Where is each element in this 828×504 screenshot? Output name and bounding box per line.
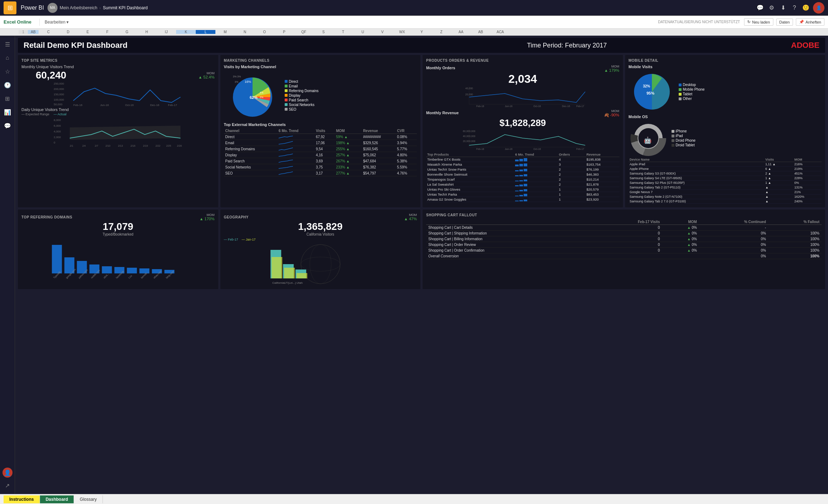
tab-dashboard[interactable]: Dashboard bbox=[40, 495, 74, 503]
table-row: Samsung Galaxy S2 Plus (GT-I9105P)1 ▲0% bbox=[629, 181, 822, 185]
svg-text:California: California bbox=[272, 281, 284, 284]
sidebar-star-icon[interactable]: ☆ bbox=[2, 66, 13, 77]
panel-cart-fallout: Shopping Cart Fallout Feb-17 Visits MOM … bbox=[423, 210, 825, 289]
emoji-icon[interactable]: 🙂 bbox=[800, 2, 812, 14]
data-button[interactable]: Daten bbox=[776, 19, 793, 26]
table-row: Uintas TechX Parka1$83,453 bbox=[426, 192, 619, 197]
tab-glossary[interactable]: Glossary bbox=[74, 495, 103, 503]
monthly-mom-value: ▲ 52.4% bbox=[198, 75, 214, 79]
sidebar-home-icon[interactable]: ⌂ bbox=[2, 52, 13, 64]
svg-text:2/4: 2/4 bbox=[82, 145, 86, 147]
settings-icon[interactable]: ⚙ bbox=[766, 2, 777, 14]
svg-rect-63 bbox=[515, 181, 519, 181]
th-cvr: CVR bbox=[395, 128, 417, 134]
svg-text:Feb-16: Feb-16 bbox=[73, 104, 83, 106]
svg-text:Feb-16: Feb-16 bbox=[476, 148, 484, 150]
tab-instructions[interactable]: Instructions bbox=[4, 495, 40, 503]
table-row: Apple iPhone6 ▲219% bbox=[629, 167, 822, 171]
cart-table: Feb-17 Visits MOM % Continued % Fallout … bbox=[426, 219, 822, 259]
svg-rect-53 bbox=[524, 158, 527, 161]
geography-chart: California UT(Lei...) Utah bbox=[224, 243, 417, 286]
sidebar-menu-icon[interactable]: ☰ bbox=[2, 39, 13, 50]
orders-trend-chart: 40,000 20,000 Feb-16 Jun-16 Oct-16 Dec-1… bbox=[426, 86, 619, 108]
visits-subtitle: Visits by Marketing Channel bbox=[224, 65, 417, 69]
panel-marketing: MARKETING CHANNELS Visits by Marketing C… bbox=[220, 55, 421, 207]
panel-products: PRODUCTS ORDERS & REVENUE Monthly Orders… bbox=[423, 55, 623, 207]
table-row: Shopping Cart | Order Review 0 ▲ 0% 0% 1… bbox=[426, 242, 822, 248]
table-row: Samsung Galaxy S4 LTE (GT-I9505)1 ▲228% bbox=[629, 176, 822, 181]
svg-rect-60 bbox=[515, 175, 519, 176]
svg-rect-62 bbox=[524, 174, 527, 176]
geography-header: Geography MOM▲ 47% bbox=[224, 213, 417, 221]
table-row: Samsung Galaxy Tab 2 7.0 (GT-P3100)▲240% bbox=[629, 199, 822, 204]
bottom-tabs: Instructions Dashboard Glossary bbox=[0, 494, 828, 504]
svg-text:2/13: 2/13 bbox=[118, 145, 123, 147]
dashboard-brand: ADOBE bbox=[748, 41, 819, 50]
legend-display: Display bbox=[285, 94, 319, 97]
svg-text:🤖: 🤖 bbox=[644, 136, 652, 144]
svg-rect-66 bbox=[515, 185, 519, 186]
products-title: PRODUCTS ORDERS & REVENUE bbox=[426, 59, 619, 62]
monthly-trend-chart: 250,000 200,000 150,000 100,000 50,000 F… bbox=[21, 81, 215, 106]
sidebar-profile-icon[interactable]: 👤 bbox=[3, 468, 13, 478]
svg-text:4%: 4% bbox=[260, 91, 263, 94]
referring-mom: MOM▲ 170% bbox=[199, 213, 214, 221]
svg-rect-67 bbox=[519, 185, 523, 186]
chat-icon[interactable]: 💬 bbox=[754, 2, 766, 14]
panel-mobile: MOBILE DETAIL Mobile Visits 32% 95% bbox=[625, 55, 825, 207]
svg-text:20,000,000: 20,000,000 bbox=[463, 140, 475, 142]
table-row: Bonneville Shore Swimsuit2$46,383 bbox=[426, 172, 619, 177]
svg-text:2/7: 2/7 bbox=[95, 145, 98, 147]
orders-header: Monthly Orders MOM▲ 179% bbox=[426, 65, 619, 72]
monthly-unique-label: Monthly Unique Visitors Trend bbox=[21, 65, 215, 69]
svg-rect-73 bbox=[519, 195, 523, 196]
svg-text:16%: 16% bbox=[245, 80, 251, 84]
edit-button[interactable]: Bearbeiten ▾ bbox=[42, 20, 71, 25]
svg-text:Feb-17: Feb-17 bbox=[168, 104, 177, 106]
sidebar-expand-icon[interactable]: ↗ bbox=[2, 480, 13, 491]
orders-value: 2,034 bbox=[426, 72, 619, 86]
help-icon[interactable]: ? bbox=[789, 2, 800, 14]
dashboard-grid: TOP SITE METRICS Monthly Unique Visitors… bbox=[18, 55, 825, 289]
svg-text:t.co: t.co bbox=[128, 274, 133, 279]
sidebar-clock-icon[interactable]: 🕐 bbox=[2, 79, 13, 91]
legend-email: Email bbox=[285, 84, 319, 88]
marketing-pie-chart: 62% 16% 4% 3% 3% 3% 3% bbox=[224, 70, 281, 120]
svg-text:3%: 3% bbox=[260, 96, 263, 99]
svg-rect-69 bbox=[515, 191, 519, 191]
svg-text:Jun-16: Jun-16 bbox=[100, 104, 109, 106]
table-row: La Sal Sweatshirt2$21,878 bbox=[426, 182, 619, 187]
sidebar-chat-icon[interactable]: 💬 bbox=[2, 120, 13, 131]
mobile-os-title: Mobile OS bbox=[629, 115, 822, 119]
svg-rect-54 bbox=[515, 165, 519, 166]
svg-text:32%: 32% bbox=[643, 84, 650, 88]
th-channel: Channel bbox=[224, 128, 278, 134]
attach-button[interactable]: 📌 Anheften bbox=[796, 18, 824, 26]
svg-text:100,000: 100,000 bbox=[54, 98, 64, 101]
svg-rect-77 bbox=[524, 200, 527, 201]
panel-referring: Top Referring Domains MOM▲ 170% 17,079 T… bbox=[18, 210, 218, 289]
referring-main-label: Typed/Bookmarked bbox=[21, 232, 215, 236]
svg-text:200,000: 200,000 bbox=[54, 87, 64, 91]
sidebar-report-icon[interactable]: 📊 bbox=[2, 106, 13, 118]
referring-bar-chart: Typed/B... google.com yahoo.com reddit.c… bbox=[21, 238, 215, 281]
sidebar-apps-icon[interactable]: ⊞ bbox=[2, 93, 13, 104]
svg-rect-55 bbox=[519, 164, 523, 166]
th-visits: Visits bbox=[314, 128, 334, 134]
overall-continued: 0% bbox=[699, 253, 768, 259]
profile-avatar[interactable]: 👤 bbox=[813, 2, 824, 14]
table-row: Samsung Galaxy S3 (GT-I930X)2 ▲451% bbox=[629, 171, 822, 176]
daily-unique-label: Daily Unique Visitors Trend bbox=[21, 107, 215, 112]
orders-subtitle: Monthly Orders bbox=[426, 66, 455, 70]
svg-text:2/22: 2/22 bbox=[155, 145, 160, 147]
svg-text:UT(Lei...): UT(Lei...) bbox=[284, 281, 296, 284]
download-icon[interactable]: ⬇ bbox=[777, 2, 789, 14]
svg-point-109 bbox=[301, 257, 340, 271]
svg-text:150,000: 150,000 bbox=[54, 93, 64, 96]
revenue-header: Monthly Revenue MOM🍂 -90% bbox=[426, 109, 619, 117]
ext-channels-title: Top External Marketing Channels bbox=[224, 122, 417, 127]
svg-text:Oct-16: Oct-16 bbox=[125, 104, 134, 106]
svg-rect-72 bbox=[515, 196, 519, 196]
cart-title: Shopping Cart Fallout bbox=[426, 213, 822, 217]
reload-button[interactable]: ↻ Neu laden bbox=[744, 18, 773, 26]
